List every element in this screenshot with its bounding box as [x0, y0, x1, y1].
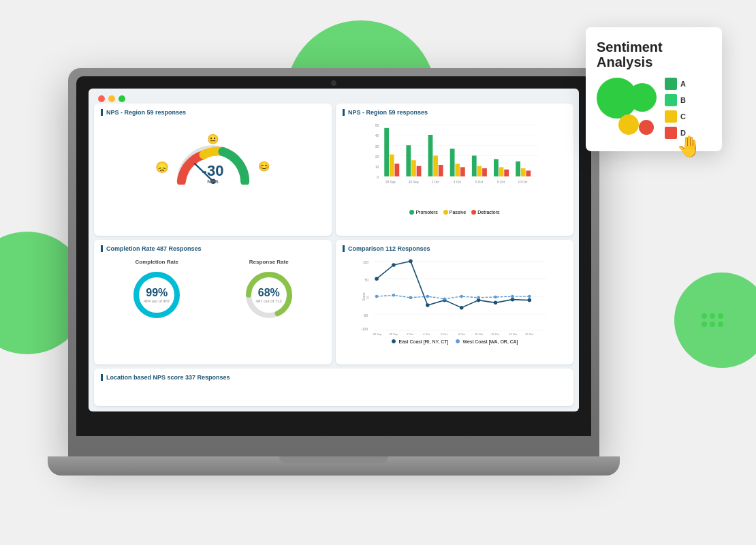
- emoji-sad: 😞: [155, 161, 169, 174]
- svg-point-76: [528, 294, 531, 298]
- sl-b-label: B: [680, 96, 686, 104]
- svg-text:0: 0: [377, 175, 379, 179]
- svg-text:14 Oct: 14 Oct: [509, 332, 518, 336]
- sl-a-box: [665, 78, 677, 90]
- line-chart-legend: East Coast [RI, NY, CT] West Coast [WA, …: [343, 339, 567, 344]
- svg-rect-25: [460, 167, 465, 176]
- svg-point-73: [477, 296, 480, 299]
- emoji-neutral: 😐: [207, 134, 219, 144]
- sl-a-label: A: [680, 80, 686, 88]
- svg-rect-17: [406, 145, 411, 176]
- svg-point-72: [460, 294, 463, 298]
- svg-text:8 Oct: 8 Oct: [458, 332, 466, 336]
- sl-c: C: [665, 110, 686, 123]
- svg-text:10 Oct: 10 Oct: [518, 181, 528, 184]
- gauge-label: NPS: [202, 178, 224, 185]
- line-chart-svg: 100 50 0 -50 -100 Score: [343, 256, 567, 338]
- svg-rect-26: [472, 155, 477, 176]
- svg-text:6 Oct: 6 Oct: [441, 332, 448, 336]
- nps-gauge-card: NPS - Region 59 responses 😞 😐 😊: [94, 104, 332, 236]
- bubble-yellow: [618, 114, 639, 135]
- svg-point-64: [494, 300, 498, 305]
- svg-text:-100: -100: [361, 327, 368, 331]
- svg-text:50: 50: [375, 123, 379, 127]
- hand-icon: 🤚: [676, 134, 702, 158]
- sl-d-box: [665, 127, 677, 139]
- svg-text:28 Sep: 28 Sep: [385, 181, 396, 184]
- laptop-screen: NPS - Region 59 responses 😞 😐 😊: [89, 89, 579, 411]
- svg-text:-50: -50: [363, 313, 368, 317]
- donut-completion: Completion Rate 99% 484 out of 487: [129, 259, 184, 322]
- donuts-row: Completion Rate 99% 484 out of 487: [101, 256, 325, 325]
- nps-gauge-title: NPS - Region 59 responses: [101, 109, 325, 116]
- legend-promoters: Promoters: [409, 210, 437, 215]
- svg-point-65: [511, 298, 515, 302]
- laptop-camera: [331, 80, 336, 86]
- sentiment-card: Sentiment Analysis A B C D: [586, 27, 722, 151]
- detractors-dot: [471, 210, 476, 215]
- donut2-sub: 487 out of 712: [256, 298, 282, 302]
- svg-rect-22: [439, 165, 443, 176]
- bar-chart-container: 50 40 30 20 10 0: [343, 120, 567, 208]
- svg-rect-29: [494, 159, 499, 176]
- svg-text:2 Oct: 2 Oct: [432, 181, 440, 184]
- svg-rect-31: [504, 170, 509, 176]
- tl-red[interactable]: [98, 95, 105, 102]
- legend-detractors: Detractors: [471, 210, 499, 215]
- svg-rect-19: [417, 166, 422, 176]
- svg-rect-14: [384, 128, 389, 176]
- svg-rect-34: [526, 170, 531, 176]
- svg-rect-32: [516, 161, 520, 176]
- donut1-wrap: 99% 484 out of 487: [129, 268, 184, 322]
- tl-yellow[interactable]: [108, 95, 115, 102]
- donut2-center: 68% 487 out of 712: [256, 287, 282, 302]
- svg-text:Score: Score: [362, 292, 366, 300]
- east-coast-legend: East Coast [RI, NY, CT]: [392, 339, 449, 344]
- west-coast-legend: West Coast [WA, OR, CA]: [456, 339, 518, 344]
- svg-rect-23: [450, 149, 455, 176]
- sentiment-legend: A B C D: [665, 78, 686, 139]
- laptop-shell: NPS - Region 59 responses 😞 😐 😊: [68, 68, 599, 456]
- svg-text:40: 40: [375, 134, 379, 138]
- promoters-dot: [409, 210, 414, 215]
- bubble-red: [639, 120, 654, 135]
- svg-rect-18: [411, 160, 416, 176]
- bar-chart-card: NPS - Region 59 responses 50 40 30 20 10…: [336, 104, 573, 236]
- dashboard: NPS - Region 59 responses 😞 😐 😊: [89, 89, 579, 411]
- svg-text:30 Sep: 30 Sep: [409, 181, 419, 184]
- donut1-label: Completion Rate: [135, 259, 178, 265]
- sentiment-bubbles: [597, 78, 658, 139]
- svg-rect-27: [477, 166, 482, 176]
- sl-b: B: [665, 94, 686, 106]
- svg-text:100: 100: [363, 260, 369, 264]
- bar-chart-title: NPS - Region 59 responses: [343, 109, 567, 116]
- comparison-card: Comparison 112 Responses 100 50 0 -50 -1…: [336, 240, 573, 365]
- gauge-value: -30 NPS: [202, 164, 224, 185]
- donut2-pct: 68%: [256, 287, 282, 298]
- completion-card: Completion Rate 487 Responses Completion…: [94, 240, 332, 365]
- bar-chart-svg: 50 40 30 20 10 0: [343, 120, 567, 195]
- svg-text:0: 0: [366, 295, 368, 299]
- tl-green[interactable]: [119, 95, 125, 102]
- west-coast-dot: [456, 339, 460, 343]
- svg-point-62: [460, 306, 464, 310]
- svg-text:10: 10: [375, 165, 379, 169]
- passive-dot: [443, 210, 448, 215]
- svg-text:16 Oct: 16 Oct: [525, 332, 534, 336]
- svg-text:30: 30: [375, 144, 379, 149]
- traffic-lights: [98, 95, 125, 102]
- nps-gauge-container: 😞 😐 😊: [101, 120, 325, 202]
- bubble-medium: [628, 83, 657, 112]
- svg-rect-20: [428, 135, 433, 176]
- sl-b-box: [665, 94, 677, 106]
- svg-text:6 Oct: 6 Oct: [475, 181, 484, 184]
- dots-decoration: [702, 313, 723, 327]
- donut2-label: Response Rate: [249, 259, 289, 265]
- svg-point-58: [392, 263, 396, 267]
- completion-title: Completion Rate 487 Responses: [101, 245, 325, 252]
- sl-a: A: [665, 78, 686, 90]
- svg-text:30 Sep: 30 Sep: [390, 332, 399, 336]
- donut1-center: 99% 484 out of 487: [144, 287, 170, 302]
- bar-chart-legend: Promoters Passive Detractors: [343, 210, 567, 215]
- donut-response: Response Rate 68% 487 out of 712: [242, 259, 296, 322]
